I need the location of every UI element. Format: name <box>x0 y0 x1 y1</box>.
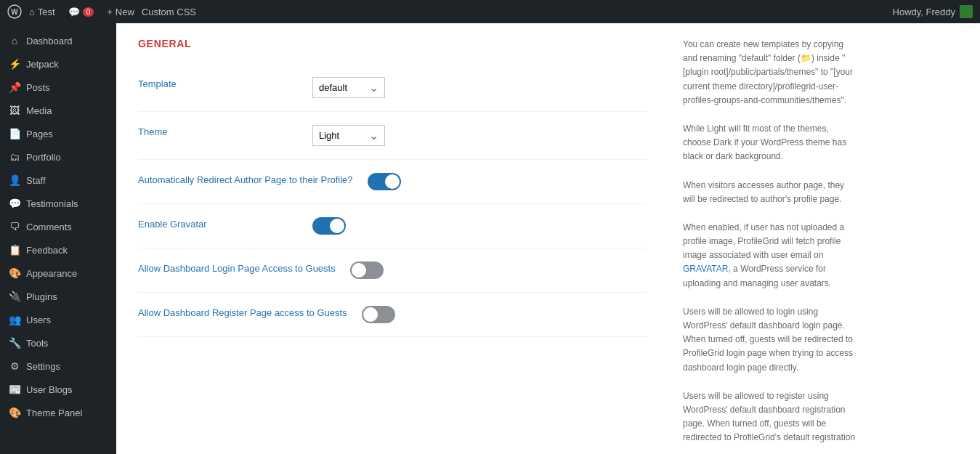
plugins-icon: 🔌 <box>9 291 20 302</box>
dashboard-register-help-text: Users will be allowed to register using … <box>683 391 855 443</box>
sidebar-item-label: Theme Panel <box>26 408 82 418</box>
toggle-track <box>368 173 401 190</box>
pages-icon: 📄 <box>9 128 20 139</box>
template-help: You can create new templates by copying … <box>683 38 857 108</box>
dashboard-login-help: Users will be allowed to login using Wor… <box>683 305 857 375</box>
template-label: Template <box>138 77 298 89</box>
dropdown-arrow-icon: ⌄ <box>369 129 378 142</box>
sidebar-item-label: Settings <box>26 361 60 372</box>
sidebar-item-testimonials[interactable]: 💬 Testimonials <box>0 192 116 215</box>
sidebar-item-plugins[interactable]: 🔌 Plugins <box>0 285 116 308</box>
dashboard-login-row: Allow Dashboard Login Page Access to Gue… <box>138 248 647 293</box>
template-help-text: You can create new templates by copying … <box>683 39 853 105</box>
redirect-author-control <box>368 173 401 190</box>
content-area: GENERAL Template default ⌄ Theme Light <box>116 23 980 454</box>
sidebar-item-label: Appearance <box>26 268 77 279</box>
theme-control: Light ⌄ <box>312 125 385 146</box>
sidebar-item-label: User Blogs <box>26 384 73 395</box>
redirect-help-text: When visitors accesses author page, they… <box>683 180 844 204</box>
gravatar-link[interactable]: GRAVATAR <box>683 264 728 274</box>
sidebar-item-dashboard[interactable]: ⌂ Dashboard <box>0 29 116 52</box>
wp-logo-icon: W <box>7 4 22 19</box>
sidebar-item-tools[interactable]: 🔧 Tools <box>0 331 116 354</box>
sidebar-item-label: Pages <box>26 129 53 139</box>
new-label: New <box>116 7 134 17</box>
settings-panel: GENERAL Template default ⌄ Theme Light <box>116 23 668 454</box>
template-control: default ⌄ <box>312 77 385 98</box>
sidebar-item-label: Users <box>26 315 51 325</box>
sidebar-item-posts[interactable]: 📌 Posts <box>0 76 116 99</box>
template-dropdown[interactable]: default ⌄ <box>312 77 385 98</box>
toggle-thumb <box>330 219 344 233</box>
comments-button[interactable]: 💬 0 <box>62 7 100 17</box>
gravatar-help: When enabled, if user has not uploaded a… <box>683 221 857 291</box>
sidebar-item-media[interactable]: 🖼 Media <box>0 99 116 122</box>
theme-row: Theme Light ⌄ <box>138 112 647 160</box>
dashboard-register-row: Allow Dashboard Register Page access to … <box>138 293 647 337</box>
sidebar-item-label: Feedback <box>26 245 68 256</box>
users-icon: 👥 <box>9 314 20 325</box>
testimonials-icon: 💬 <box>9 198 20 209</box>
sidebar-item-pages[interactable]: 📄 Pages <box>0 122 116 145</box>
sidebar-item-label: Plugins <box>26 291 57 302</box>
template-value: default <box>319 82 347 93</box>
jetpack-icon: ⚡ <box>9 58 20 70</box>
redirect-author-toggle[interactable] <box>368 173 401 190</box>
theme-dropdown[interactable]: Light ⌄ <box>312 125 385 146</box>
new-button[interactable]: + New <box>107 7 134 17</box>
sidebar-item-label: Portfolio <box>26 152 61 163</box>
user-blogs-icon: 📰 <box>9 384 20 395</box>
portfolio-icon: 🗂 <box>9 151 20 163</box>
template-row: Template default ⌄ <box>138 64 647 112</box>
help-panel: You can create new templates by copying … <box>668 23 872 454</box>
redirect-author-row: Automatically Redirect Author Page to th… <box>138 160 647 204</box>
sidebar-item-portfolio[interactable]: 🗂 Portfolio <box>0 145 116 169</box>
topbar-right: Howdy, Freddy <box>893 5 973 18</box>
gravatar-toggle[interactable] <box>312 217 346 235</box>
dashboard-register-control <box>362 306 395 323</box>
user-avatar <box>960 5 973 18</box>
sidebar-item-staff[interactable]: 👤 Staff <box>0 169 116 192</box>
theme-help: While Light will fit most of the themes,… <box>683 122 857 164</box>
theme-label: Theme <box>138 125 298 137</box>
gravatar-row: Enable Gravatar <box>138 204 647 248</box>
sidebar-item-theme-panel[interactable]: 🎨 Theme Panel <box>0 401 116 424</box>
sidebar-item-feedback[interactable]: 📋 Feedback <box>0 238 116 262</box>
posts-icon: 📌 <box>9 81 20 93</box>
sidebar-item-jetpack[interactable]: ⚡ Jetpack <box>0 52 116 76</box>
sidebar-item-label: Posts <box>26 82 50 93</box>
dashboard-login-toggle[interactable] <box>350 262 384 279</box>
feedback-icon: 📋 <box>9 244 20 256</box>
svg-text:W: W <box>11 8 18 16</box>
tools-icon: 🔧 <box>9 337 20 349</box>
topbar: W ⌂ Test 💬 0 + New Custom CSS Howdy, Fre… <box>0 0 980 23</box>
dashboard-login-control <box>350 262 384 279</box>
dashboard-register-toggle[interactable] <box>362 306 395 323</box>
comment-icon: 💬 <box>68 7 80 17</box>
sidebar-item-settings[interactable]: ⚙ Settings <box>0 354 116 378</box>
plus-icon: + <box>107 7 113 17</box>
site-name[interactable]: ⌂ Test <box>29 7 55 17</box>
custom-css-button[interactable]: Custom CSS <box>142 7 196 17</box>
redirect-help: When visitors accesses author page, they… <box>683 179 857 206</box>
sidebar-item-appearance[interactable]: 🎨 Appearance <box>0 262 116 285</box>
comments-count: 0 <box>83 7 94 17</box>
section-title: GENERAL <box>138 38 647 49</box>
sidebar-item-users[interactable]: 👥 Users <box>0 308 116 331</box>
theme-help-text: While Light will fit most of the themes,… <box>683 123 846 161</box>
media-icon: 🖼 <box>9 105 20 116</box>
user-menu[interactable]: Howdy, Freddy <box>893 5 973 18</box>
sidebar-item-label: Staff <box>26 175 46 186</box>
dashboard-register-help: Users will be allowed to register using … <box>683 389 857 445</box>
sidebar-item-label: Jetpack <box>26 59 59 70</box>
site-name-label: Test <box>38 7 55 17</box>
toggle-track <box>362 306 395 323</box>
sidebar-item-label: Tools <box>26 338 48 349</box>
custom-css-label: Custom CSS <box>142 7 196 17</box>
appearance-icon: 🎨 <box>9 267 20 279</box>
staff-icon: 👤 <box>9 174 20 186</box>
settings-icon: ⚙ <box>9 360 20 372</box>
sidebar-item-user-blogs[interactable]: 📰 User Blogs <box>0 378 116 401</box>
home-icon: ⌂ <box>29 7 35 17</box>
sidebar-item-comments[interactable]: 🗨 Comments <box>0 215 116 238</box>
